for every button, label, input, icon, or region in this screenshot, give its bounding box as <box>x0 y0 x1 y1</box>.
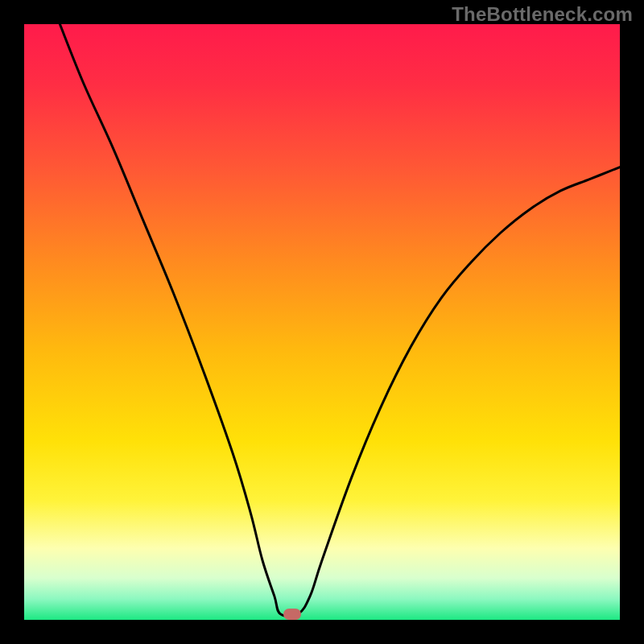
optimum-marker <box>283 609 301 620</box>
chart-frame: TheBottleneck.com <box>0 0 644 644</box>
gradient-background <box>24 24 620 620</box>
chart-svg <box>24 24 620 620</box>
watermark-text: TheBottleneck.com <box>452 3 633 26</box>
plot-area <box>24 24 620 620</box>
